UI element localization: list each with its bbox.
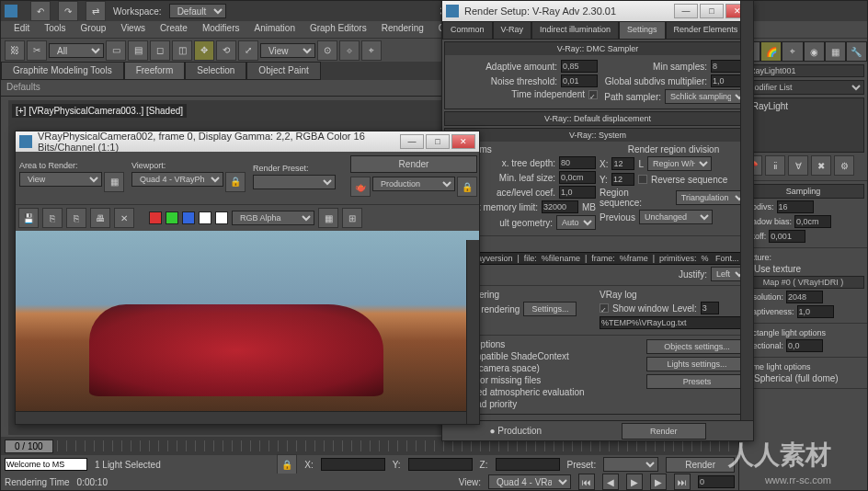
blue-swatch[interactable] xyxy=(182,211,195,224)
rf-viewport-select[interactable]: Quad 4 - VRayPhy xyxy=(131,172,223,187)
select-link-icon[interactable]: ⛓ xyxy=(5,40,25,61)
print-icon[interactable]: 🖶 xyxy=(90,208,110,228)
cp-display-icon[interactable]: ▦ xyxy=(825,41,846,62)
region-seq-select[interactable]: Triangulation xyxy=(676,190,748,205)
show-window-check[interactable] xyxy=(600,303,609,313)
clear-icon[interactable]: ✕ xyxy=(114,208,134,228)
region-y-input[interactable] xyxy=(611,173,634,186)
objects-settings-button[interactable]: Objects settings... xyxy=(646,339,748,354)
remove-mod-icon[interactable]: ✖ xyxy=(811,155,831,176)
menu-group[interactable]: Group xyxy=(74,21,114,38)
alpha-swatch[interactable] xyxy=(199,211,211,224)
redo-icon[interactable]: ↷ xyxy=(58,1,78,21)
undo-icon[interactable]: ↶ xyxy=(30,1,51,21)
move-icon[interactable]: ✥ xyxy=(194,40,214,61)
select-name-icon[interactable]: ▤ xyxy=(128,40,148,61)
menu-graph-editors[interactable]: Graph Editors xyxy=(303,21,374,38)
production-radio[interactable]: ● Production xyxy=(489,426,542,436)
sampling-rollout[interactable]: Sampling xyxy=(742,184,864,199)
menu-edit[interactable]: Edit xyxy=(6,21,37,38)
ribbon-object-paint[interactable]: Object Paint xyxy=(246,62,320,80)
channel-select[interactable]: RGB Alpha xyxy=(232,211,314,225)
toggle-ui-icon[interactable]: ⊞ xyxy=(342,208,362,228)
adaptive-amount-input[interactable] xyxy=(561,60,598,73)
cp-hierarchy-icon[interactable]: ⌖ xyxy=(782,41,803,62)
teapot-icon[interactable]: 🫖 xyxy=(350,177,371,197)
tab-vray[interactable]: V-Ray xyxy=(493,21,532,40)
copy-icon[interactable]: ⎘ xyxy=(42,208,63,228)
ribbon-freeform[interactable]: Freeform xyxy=(124,62,186,80)
play-icon[interactable]: ▶ xyxy=(626,474,643,490)
lock-icon[interactable]: 🔒 xyxy=(277,454,297,474)
rotate-icon[interactable]: ⟲ xyxy=(216,40,236,61)
modifier-list-select[interactable]: Modifier List xyxy=(742,80,864,95)
coord-x-input[interactable] xyxy=(321,458,385,471)
previous-select[interactable]: Unchanged xyxy=(639,210,713,224)
goto-start-icon[interactable]: ⏮ xyxy=(578,474,595,490)
render-button[interactable]: Render xyxy=(622,423,706,440)
snap-icon[interactable]: ⌖ xyxy=(361,40,382,61)
preset-select[interactable] xyxy=(603,457,658,472)
lock-render-icon[interactable]: 🔒 xyxy=(457,177,477,197)
system-rollout[interactable]: V-Ray:: System xyxy=(445,129,750,142)
min-leaf-input[interactable] xyxy=(559,171,596,184)
show-result-icon[interactable]: ⅱ xyxy=(765,155,785,176)
rf-scrollbar-h[interactable] xyxy=(16,411,466,424)
window-crossing-icon[interactable]: ◫ xyxy=(172,40,192,61)
dr-settings-button[interactable]: Settings... xyxy=(523,302,577,316)
main-render-button[interactable]: Render xyxy=(666,457,735,473)
cp-utilities-icon[interactable]: 🔧 xyxy=(846,41,867,62)
menu-animation[interactable]: Animation xyxy=(246,21,302,38)
presets-button[interactable]: Presets xyxy=(646,374,748,389)
ribbon-modeling[interactable]: Graphite Modeling Tools xyxy=(1,62,124,80)
log-level-input[interactable] xyxy=(701,302,719,314)
rf-minimize-icon[interactable]: — xyxy=(400,134,424,149)
log-path-input[interactable] xyxy=(600,316,748,329)
coord-z-input[interactable] xyxy=(496,458,560,471)
pivot-icon[interactable]: ⊙ xyxy=(317,40,337,61)
coord-y-input[interactable] xyxy=(408,458,473,471)
select-rect-icon[interactable]: ◻ xyxy=(150,40,170,61)
cutoff-input[interactable] xyxy=(769,230,805,243)
render-view-select[interactable]: Quad 4 - VRayP xyxy=(488,474,571,489)
menu-modifiers[interactable]: Modifiers xyxy=(195,21,247,38)
ribbon-selection[interactable]: Selection xyxy=(185,62,246,80)
rf-preset-select[interactable] xyxy=(253,175,336,189)
stack-item[interactable]: VRayLight xyxy=(746,101,861,111)
save-image-icon[interactable]: 💾 xyxy=(18,208,39,228)
rf-production-select[interactable]: Production xyxy=(372,177,455,191)
listener-input[interactable] xyxy=(5,458,87,471)
geometry-select[interactable]: Auto xyxy=(556,215,596,230)
mono-swatch[interactable] xyxy=(215,211,228,224)
next-frame-icon[interactable]: ▶ xyxy=(650,474,667,490)
maximize-icon[interactable]: □ xyxy=(700,4,724,18)
refcoord-select[interactable]: View xyxy=(260,43,315,58)
tab-elements[interactable]: Render Elements xyxy=(666,21,747,40)
lock-viewport-icon[interactable]: 🔒 xyxy=(225,172,246,192)
stamp-input[interactable] xyxy=(448,252,748,265)
reverse-seq-check[interactable] xyxy=(638,175,647,184)
goto-end-icon[interactable]: ⏭ xyxy=(674,474,691,490)
lights-settings-button[interactable]: Lights settings... xyxy=(646,357,748,371)
menu-create[interactable]: Create xyxy=(153,21,195,38)
green-swatch[interactable] xyxy=(166,211,178,224)
tab-settings[interactable]: Settings xyxy=(619,21,666,40)
configure-icon[interactable]: ⚙ xyxy=(834,155,854,176)
prev-frame-icon[interactable]: ◀ xyxy=(602,474,619,490)
current-frame-input[interactable] xyxy=(698,475,735,488)
face-level-input[interactable] xyxy=(559,186,596,199)
region-l-select[interactable]: Region W/H xyxy=(647,156,712,171)
memory-input[interactable] xyxy=(542,200,578,213)
tree-depth-input[interactable] xyxy=(559,156,596,169)
clone-icon[interactable]: ⎘ xyxy=(66,208,86,228)
dmc-rollout[interactable]: V-Ray:: DMC Sampler xyxy=(445,42,750,55)
red-swatch[interactable] xyxy=(149,211,162,224)
render-setup-scrollbar[interactable] xyxy=(740,40,753,422)
toggle-overlay-icon[interactable]: ▦ xyxy=(318,208,338,228)
texture-map-button[interactable]: Map #0 ( VRayHDRI ) xyxy=(742,276,864,289)
time-independent-check[interactable] xyxy=(588,90,598,99)
object-name-input[interactable] xyxy=(742,64,864,77)
region-x-input[interactable] xyxy=(611,157,634,170)
timeline-frame-marker[interactable]: 0 / 100 xyxy=(5,440,53,453)
scale-icon[interactable]: ⤢ xyxy=(238,40,258,61)
